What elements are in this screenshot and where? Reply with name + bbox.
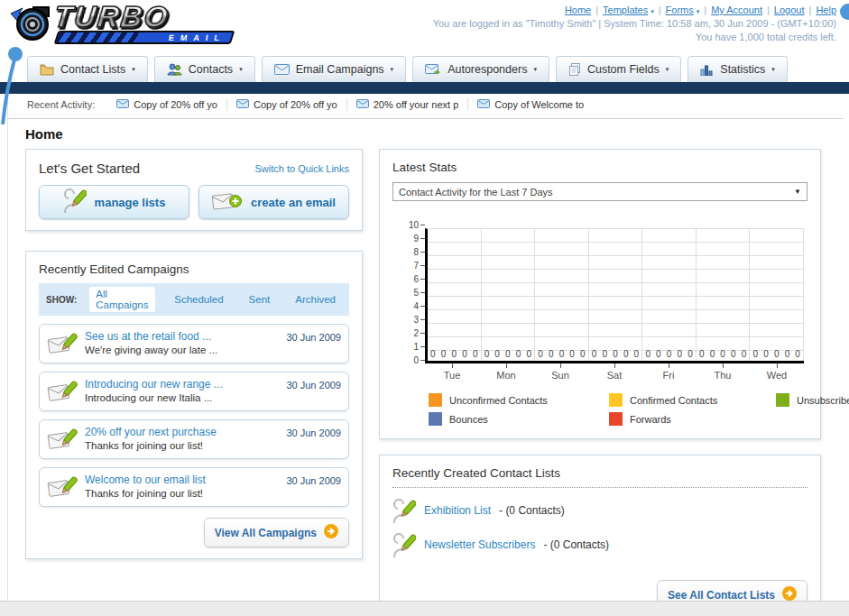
- legend-color-swatch: [776, 393, 789, 407]
- x-axis-label: Fri: [641, 370, 696, 381]
- y-axis-tick: [420, 265, 425, 266]
- legend-color-swatch: [609, 412, 623, 426]
- x-axis-label: Sun: [533, 370, 587, 381]
- x-axis-tick: [777, 363, 778, 368]
- pages-icon: [568, 63, 581, 76]
- filter-all-campaigns[interactable]: All Campaigns: [89, 287, 155, 312]
- envelope-pencil-icon: [47, 426, 78, 453]
- top-link-logout[interactable]: Logout: [774, 5, 805, 15]
- chevron-down-icon: ▾: [651, 8, 654, 15]
- content-divider: [7, 118, 844, 119]
- x-axis-category: Wed: [750, 363, 804, 381]
- bar-value-label: 0: [549, 350, 554, 359]
- nav-tab-contacts[interactable]: Contacts▾: [154, 56, 255, 82]
- y-axis-tick-label: 7: [395, 261, 419, 271]
- link-separator: |: [767, 5, 770, 15]
- app-logo: TURBO EMAIL: [9, 2, 235, 54]
- show-label: SHOW:: [46, 295, 77, 305]
- chevron-down-icon: ▾: [132, 66, 135, 73]
- nav-tab-autoresponders[interactable]: Autoresponders▾: [412, 56, 549, 82]
- legend-label: Unconfirmed Contacts: [449, 395, 548, 406]
- recent-activity-item-label: Copy of Welcome to: [494, 99, 584, 110]
- campaign-title-link[interactable]: See us at the retail food ...: [85, 330, 279, 343]
- campaign-texts: 20% off your next purchaseThanks for joi…: [85, 426, 279, 451]
- bar-value-label: 0: [473, 350, 478, 359]
- top-link-my-account[interactable]: My Account: [711, 5, 762, 15]
- contact-list-name-link[interactable]: Newsletter Subscribers: [424, 538, 535, 551]
- x-axis-category: Mon: [479, 363, 533, 381]
- nav-tab-label: Custom Fields: [587, 63, 660, 76]
- legend-label: Unsubscribes: [797, 395, 849, 406]
- bar-value-label: 0: [569, 350, 575, 359]
- chart-day-group: 00000: [589, 229, 643, 361]
- top-link-home[interactable]: Home: [565, 5, 591, 15]
- x-axis-category: Thu: [696, 363, 750, 381]
- create-an-email-button[interactable]: create an email: [198, 185, 349, 219]
- campaign-title-link[interactable]: Welcome to our email list: [85, 473, 279, 486]
- filter-sent[interactable]: Sent: [243, 292, 277, 307]
- navy-divider-bar: [0, 82, 849, 94]
- nav-tab-email-campaigns[interactable]: Email Campaigns▾: [262, 56, 406, 82]
- recent-activity-item-label: Copy of 20% off yo: [254, 99, 337, 110]
- y-axis-tick: [420, 252, 425, 253]
- bar-value-label: 0: [763, 350, 769, 359]
- campaign-title-link[interactable]: Introducing our new range ...: [85, 378, 279, 391]
- campaign-date: 30 Jun 2009: [286, 380, 341, 391]
- campaign-title-link[interactable]: 20% off your next purchase: [85, 426, 279, 438]
- envelope-pencil-icon: [47, 378, 78, 405]
- content-left-edge: [7, 101, 8, 601]
- view-all-campaigns-button[interactable]: View All Campaigns: [204, 518, 349, 547]
- x-axis-tick: [560, 363, 561, 368]
- login-info: You are logged in as "Timothy Smith" | S…: [433, 18, 836, 29]
- bar-value-label: 0: [538, 350, 543, 359]
- chevron-down-icon: ▾: [771, 66, 775, 73]
- envelope-small-icon: [477, 98, 490, 111]
- button-label: create an email: [251, 196, 336, 209]
- latest-stats-panel: Latest Stats Contact Activity for the La…: [379, 149, 821, 439]
- chart-legend: Unconfirmed ContactsConfirmed ContactsUn…: [429, 393, 807, 426]
- logo-subtitle: EMAIL: [168, 33, 231, 42]
- get-started-title: Let's Get Started: [39, 161, 140, 176]
- manage-lists-button[interactable]: manage lists: [39, 185, 189, 219]
- recent-activity-item[interactable]: 20% off your next p: [347, 98, 469, 111]
- contact-list-name-link[interactable]: Exhibition List: [424, 504, 491, 517]
- folder-icon: [40, 63, 54, 76]
- chevron-down-icon: ▾: [391, 66, 394, 73]
- campaign-subtitle: Introducing our new Italia ...: [85, 392, 279, 403]
- nav-tab-label: Statistics: [720, 63, 765, 76]
- help-bubble-icon[interactable]: [840, 4, 849, 20]
- campaign-subtitle: Thanks for joining our list!: [85, 488, 279, 499]
- x-axis-category: Fri: [641, 363, 696, 381]
- top-link-forms[interactable]: Forms▾: [666, 5, 700, 15]
- campaign-list-item: 20% off your next purchaseThanks for joi…: [39, 419, 349, 459]
- x-axis-category: Sat: [587, 363, 641, 381]
- bar-value-label: 0: [645, 350, 651, 359]
- top-link-help[interactable]: Help: [816, 5, 836, 15]
- filter-archived[interactable]: Archived: [289, 292, 342, 307]
- stats-activity-dropdown[interactable]: Contact Activity for the Last 7 Days ▼: [392, 182, 807, 201]
- y-axis-tick-label: 6: [395, 274, 419, 284]
- envelope-arrow-icon: [425, 64, 441, 76]
- bar-value-label: 0: [753, 350, 759, 359]
- campaign-texts: Introducing our new range ...Introducing…: [85, 378, 279, 403]
- legend-item-unsubscribes: Unsubscribes: [776, 393, 849, 407]
- page-title: Home: [25, 126, 849, 142]
- nav-tab-contact-lists[interactable]: Contact Lists▾: [27, 56, 148, 82]
- filter-scheduled[interactable]: Scheduled: [168, 292, 229, 307]
- envelope-plus-icon: [212, 191, 243, 214]
- nav-tab-custom-fields[interactable]: Custom Fields▾: [556, 56, 681, 82]
- logo-subtitle-bar: EMAIL: [54, 31, 235, 44]
- x-axis-tick: [452, 363, 453, 368]
- switch-to-quick-links-link[interactable]: Switch to Quick Links: [254, 163, 349, 174]
- campaign-texts: Welcome to our email listThanks for join…: [85, 473, 279, 499]
- chart-day-group: 00000: [750, 229, 804, 361]
- top-link-templates[interactable]: Templates▾: [603, 5, 654, 15]
- bar-value-label: 0: [742, 350, 747, 359]
- recent-activity-item[interactable]: Copy of 20% off yo: [227, 98, 347, 111]
- campaign-list-item: Introducing our new range ...Introducing…: [39, 372, 349, 411]
- recent-activity-item[interactable]: Copy of 20% off yo: [107, 98, 227, 111]
- recently-edited-campaigns-panel: Recently Edited Campaigns SHOW: All Camp…: [25, 251, 363, 559]
- nav-tab-statistics[interactable]: Statistics▾: [688, 56, 788, 82]
- envelope-pencil-icon: [47, 473, 78, 501]
- recent-activity-item[interactable]: Copy of Welcome to: [468, 98, 593, 111]
